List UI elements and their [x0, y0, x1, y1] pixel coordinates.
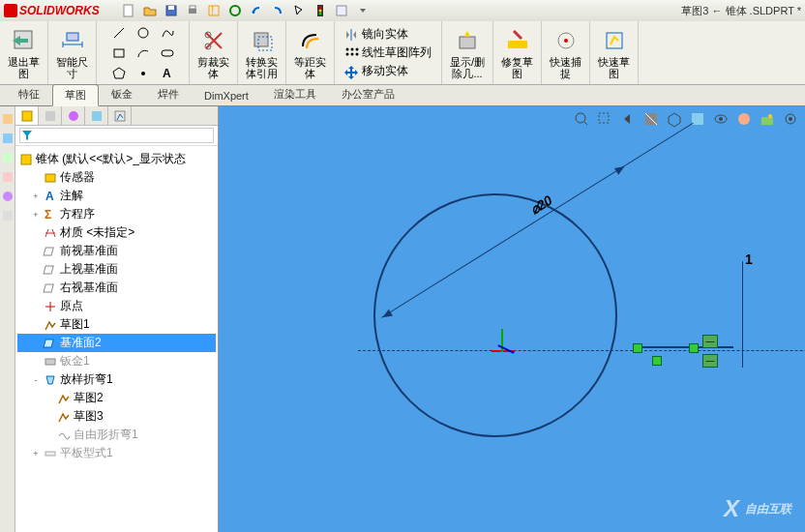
expand-icon[interactable]: + — [31, 449, 41, 458]
horizontal-relation-icon[interactable]: — — [702, 354, 718, 368]
diameter-dimension[interactable]: ⌀20 — [381, 123, 694, 318]
tree-item[interactable]: 自由形折弯1 — [17, 426, 216, 444]
expand-icon[interactable]: + — [31, 210, 41, 220]
tab-render[interactable]: 渲染工具 — [261, 83, 329, 105]
tree-item[interactable]: +平板型式1 — [17, 444, 216, 462]
section-view-icon[interactable] — [642, 110, 660, 128]
dimxpert-manager-tab-icon[interactable] — [85, 106, 108, 125]
rail-design-library-icon[interactable] — [1, 132, 15, 145]
traffic-icon[interactable] — [311, 2, 330, 19]
tree-item-label: 草图3 — [74, 408, 104, 425]
tree-item[interactable]: +A注解 — [17, 187, 216, 205]
linear-pattern-button[interactable]: 线性草图阵列 — [344, 44, 432, 61]
tree-item[interactable]: 草图1 — [17, 315, 216, 334]
tree-filter-input[interactable] — [19, 128, 214, 143]
tab-office[interactable]: 办公室产品 — [329, 83, 407, 105]
sketch-icon — [44, 318, 57, 332]
new-icon[interactable] — [119, 2, 138, 19]
offset-entities-button[interactable]: 等距实 体 — [292, 25, 328, 81]
tab-sheetmetal[interactable]: 钣金 — [99, 83, 145, 105]
tree-item[interactable]: 右视基准面 — [17, 279, 216, 297]
display-delete-button[interactable]: 显示/删 除几... — [448, 25, 487, 81]
undo-icon[interactable] — [247, 2, 266, 19]
tree-item[interactable]: 草图3 — [17, 407, 216, 426]
feature-manager-tab-icon[interactable] — [15, 106, 39, 125]
tree-item[interactable]: 传感器 — [17, 168, 216, 187]
tree-item[interactable]: 原点 — [17, 297, 216, 315]
sketch-circle[interactable]: ⌀20 — [373, 193, 617, 437]
text-icon[interactable]: A — [156, 64, 179, 83]
plane-sel-icon — [44, 337, 57, 350]
edit-appearance-icon[interactable] — [735, 110, 753, 128]
tree-item[interactable]: 钣金1 — [17, 352, 216, 370]
open-icon[interactable] — [140, 2, 160, 19]
hide-show-icon[interactable] — [712, 110, 730, 128]
exit-sketch-button[interactable]: 退出草 图 — [6, 25, 42, 81]
dimension-value[interactable]: 1 — [745, 251, 753, 267]
expand-icon[interactable]: - — [31, 375, 41, 385]
display-manager-tab-icon[interactable] — [108, 106, 132, 125]
endpoint-handle[interactable] — [633, 343, 642, 353]
feature-tree[interactable]: 锥体 (默认<<默认>_显示状态 传感器+A注解+Σ方程序材质 <未指定>前视基… — [15, 146, 218, 532]
move-entities-button[interactable]: 移动实体 — [344, 63, 432, 79]
tab-weldments[interactable]: 焊件 — [145, 83, 192, 105]
options-icon[interactable] — [332, 2, 351, 19]
check-icon[interactable]: ! — [204, 2, 224, 19]
zoom-area-icon[interactable] — [596, 110, 613, 128]
polygon-icon[interactable] — [107, 64, 131, 83]
rail-resources-icon[interactable] — [1, 112, 15, 126]
tab-dimxpert[interactable]: DimXpert — [192, 86, 261, 105]
property-manager-tab-icon[interactable] — [39, 106, 62, 125]
svg-point-7 — [230, 6, 240, 15]
mirror-entities-button[interactable]: 镜向实体 — [344, 26, 432, 43]
slot-icon[interactable] — [156, 44, 179, 63]
horizontal-relation-icon[interactable]: — — [702, 335, 718, 348]
dropdown-icon[interactable] — [353, 2, 373, 19]
arrow-icon — [377, 310, 393, 323]
redo-icon[interactable] — [268, 2, 287, 19]
previous-view-icon[interactable] — [619, 110, 637, 128]
rail-view-palette-icon[interactable] — [1, 170, 15, 184]
rebuild-icon[interactable] — [225, 2, 245, 19]
point-icon[interactable] — [132, 64, 155, 83]
line-icon[interactable] — [107, 23, 131, 43]
arc-icon[interactable] — [132, 44, 155, 63]
trim-button[interactable]: 剪裁实 体 — [195, 25, 231, 81]
rail-custom-icon[interactable] — [1, 209, 15, 222]
endpoint-handle[interactable] — [652, 356, 662, 366]
zoom-fit-icon[interactable] — [573, 110, 590, 128]
apply-scene-icon[interactable] — [759, 110, 776, 128]
smart-dimension-button[interactable]: 智能尺 寸 — [54, 25, 90, 81]
circle-icon[interactable] — [132, 23, 155, 43]
tree-item[interactable]: 前视基准面 — [17, 242, 216, 260]
view-settings-icon[interactable] — [782, 110, 799, 128]
graphics-viewport[interactable]: ⌀20 — — 1 X 自由互联 — [219, 106, 805, 532]
sketch-line[interactable] — [635, 346, 733, 348]
convert-entities-button[interactable]: 转换实 体引用 — [244, 25, 280, 81]
view-orientation-icon[interactable] — [666, 110, 683, 128]
rail-file-explorer-icon[interactable] — [1, 151, 15, 164]
print-icon[interactable] — [183, 2, 202, 19]
repair-sketch-button[interactable]: 修复草 图 — [499, 25, 535, 81]
tree-item[interactable]: 上视基准面 — [17, 260, 216, 279]
tree-item[interactable]: 基准面2 — [17, 334, 216, 352]
display-style-icon[interactable] — [689, 110, 706, 128]
tree-item[interactable]: 材质 <未指定> — [17, 223, 216, 242]
tree-item[interactable]: 草图2 — [17, 389, 216, 407]
save-icon[interactable] — [162, 2, 181, 19]
tree-item[interactable]: +Σ方程序 — [17, 205, 216, 223]
tree-item[interactable]: -放样折弯1 — [17, 370, 216, 389]
tree-root[interactable]: 锥体 (默认<<默认>_显示状态 — [17, 150, 216, 168]
endpoint-handle[interactable] — [689, 343, 699, 353]
spline-icon[interactable] — [156, 23, 179, 43]
expand-icon[interactable]: + — [31, 192, 41, 201]
diameter-value[interactable]: ⌀20 — [527, 192, 554, 218]
rail-appearances-icon[interactable] — [1, 190, 15, 203]
tab-sketch[interactable]: 草图 — [52, 84, 99, 106]
rapid-sketch-button[interactable]: 快速草 图 — [596, 25, 632, 81]
tab-features[interactable]: 特征 — [6, 83, 52, 105]
configuration-manager-tab-icon[interactable] — [62, 106, 85, 125]
quick-snaps-button[interactable]: 快速捕 捉 — [548, 25, 583, 81]
rectangle-icon[interactable] — [107, 44, 131, 63]
select-icon[interactable] — [289, 2, 309, 19]
